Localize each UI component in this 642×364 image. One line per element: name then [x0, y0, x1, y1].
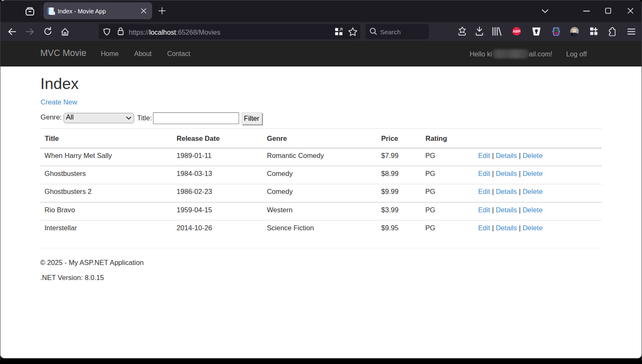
svg-text:ABP: ABP	[513, 29, 520, 33]
